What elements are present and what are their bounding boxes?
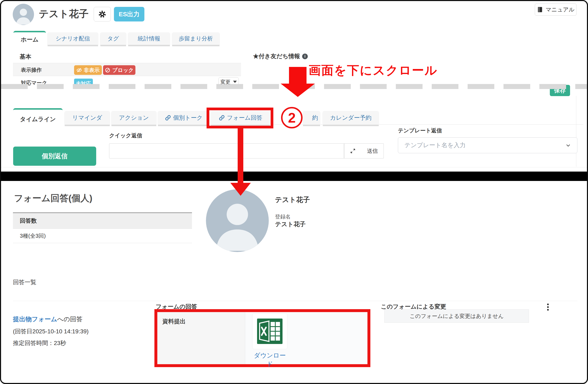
tab-tags[interactable]: タグ [100,32,126,45]
answer-cell: ダウンロード [245,312,367,364]
page-title: テスト花子 [39,7,88,20]
quick-reply-input[interactable] [109,143,344,158]
download-link[interactable]: ダウンロード [251,351,289,368]
ellipsis-icon [547,304,549,305]
more-options-button[interactable] [546,303,550,312]
block-icon [105,67,110,73]
settings-button[interactable] [94,7,111,21]
template-select[interactable]: テンプレート名を入力 [398,137,577,153]
expand-icon [350,148,356,154]
form-answer-highlight-box: 資料提出 ダウンロード [154,309,370,367]
block-button[interactable]: ブロック [103,65,135,75]
chevron-down-icon [233,81,237,83]
tab-partially-hidden[interactable]: 約 [303,111,320,125]
answers-list-divider [13,301,577,301]
step-number-badge: 2 [281,107,303,128]
basic-section-heading: 基本 [20,53,31,61]
answer-date: (回答日2025-10-10 14:19:39) [13,327,89,335]
hide-button[interactable]: 非表示 [74,65,102,75]
tab-home[interactable]: ホーム [13,31,46,47]
template-select-placeholder: テンプレート名を入力 [404,141,466,150]
person-silhouette-icon [13,4,34,25]
panel-right-border [576,96,576,167]
guide-arrow-head [230,183,251,196]
tab-statistics[interactable]: 統計情報 [128,32,170,45]
eye-slash-icon [76,67,82,73]
manual-button[interactable]: マニュアル [535,3,577,16]
individual-reply-button[interactable]: 個別返信 [13,147,96,166]
quick-reply-label: クイック返信 [109,132,142,139]
section-divider-bar [1,172,588,181]
profile-avatar-large [206,189,269,252]
scroll-annotation-arrow-body [289,67,307,84]
info-icon[interactable]: i [302,54,308,59]
expand-input-button[interactable] [344,143,362,158]
count-header-cell: 回答数 [13,213,192,229]
answers-count-table: 回答数 3種(全3回) [13,212,192,243]
app-window: テスト花子 ES出力 マニュアル ホーム シナリオ配信 タグ 統計情報 歩留まり… [0,0,588,384]
link-icon [165,115,171,121]
answer-entry-suffix: への回答 [57,316,83,323]
display-ops-label: 表示操作 [21,66,42,73]
friend-info-heading: ★付き友だち情報 i [253,52,308,60]
guide-arrow-stem [238,128,243,183]
manual-button-label: マニュアル [546,6,574,13]
registered-name-label: 登録名 [275,213,291,220]
tab-individual-talk[interactable]: 個別トーク [158,111,210,125]
registered-name-value: テスト花子 [275,220,306,229]
attachment-card[interactable] [252,313,287,349]
tab-action[interactable]: アクション [111,111,157,125]
answer-entry-title: 提出物フォームへの回答 [13,315,83,324]
question-label: 資料提出 [162,318,245,326]
es-export-button[interactable]: ES出力 [114,7,144,21]
scroll-annotation-arrow-head [281,84,315,97]
scroll-annotation-text: 画面を下にスクロール [309,62,438,78]
person-silhouette-icon [206,189,269,252]
excel-file-icon [257,319,283,344]
tab-reminder[interactable]: リマインダ [64,111,110,125]
book-icon [537,6,543,13]
answers-list-heading: 回答一覧 [13,278,36,286]
profile-name: テスト花子 [275,195,310,205]
tab-funnel-analysis[interactable]: 歩留まり分析 [172,32,220,45]
tab-calendar-booking[interactable]: カレンダー予約 [322,111,379,125]
count-value-cell: 3種(全3回) [13,229,192,243]
form-answers-title: フォーム回答(個人) [14,192,92,204]
tab-scenario[interactable]: シナリオ配信 [47,32,99,45]
gear-icon [98,10,106,18]
profile-avatar-small [13,4,34,25]
submission-form-link[interactable]: 提出物フォーム [13,316,57,323]
question-cell: 資料提出 [157,312,245,364]
chevron-down-icon [566,143,571,148]
answer-duration: 推定回答時間：23秒 [13,339,66,347]
panel-bottom-border [1,167,588,167]
tab-timeline[interactable]: タイムライン [13,108,63,129]
send-button[interactable]: 送信 [361,143,384,158]
no-changes-box: このフォームによる変更はありません [384,309,529,323]
form-answers-tab-highlight [207,108,273,128]
template-reply-label: テンプレート返信 [398,127,442,134]
